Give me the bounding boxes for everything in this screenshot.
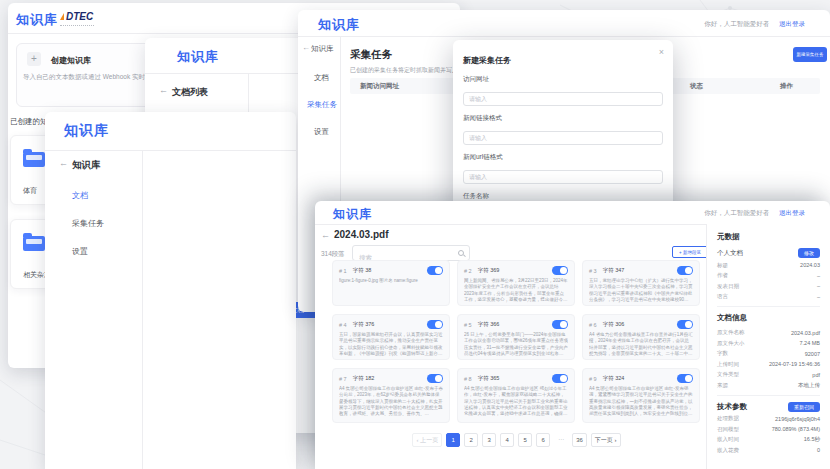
field-input-link-format[interactable] bbox=[463, 131, 663, 145]
chunk-text: A4 集团公司全国煤电工作自觉护送区 规划过今年工作，由红-发布于，聚焦国家双碳… bbox=[464, 386, 568, 417]
chunk-enabled-toggle[interactable] bbox=[677, 320, 693, 329]
edit-metadata-button[interactable]: 修改 bbox=[798, 248, 820, 258]
doc-info-heading: 文档信息 bbox=[717, 313, 820, 323]
chunk-index: # 2 bbox=[464, 268, 472, 274]
chunk-index: # 5 bbox=[464, 322, 472, 328]
doc-type-label: 个人文档 bbox=[717, 249, 743, 258]
chunk-index: # 7 bbox=[339, 376, 347, 382]
pagination-page-5[interactable]: 5 bbox=[518, 433, 532, 447]
field-input-url-format[interactable] bbox=[463, 170, 663, 184]
pagination: ‹ 上一页 1 2 3 4 5 6 ··· 36 下一页 › bbox=[332, 433, 701, 447]
pagination-page-1[interactable]: 1 bbox=[446, 433, 460, 447]
chunk-card: # 4字符 376五日，国家能源局党组召开会议，认真贯彻落实习近平总书记重要指示… bbox=[332, 314, 450, 360]
pagination-page-4[interactable]: 4 bbox=[500, 433, 514, 447]
back-arrow-icon[interactable]: ← bbox=[59, 158, 68, 168]
chunk-char-count: 字符 369 bbox=[478, 267, 500, 274]
chunk-enabled-toggle[interactable] bbox=[427, 320, 443, 329]
chunk-enabled-toggle[interactable] bbox=[677, 374, 693, 383]
back-arrow-icon[interactable]: ← bbox=[302, 43, 310, 52]
chunk-index: # 3 bbox=[589, 268, 597, 274]
chunk-index: # 1 bbox=[339, 268, 347, 274]
chunk-enabled-toggle[interactable] bbox=[552, 266, 568, 275]
field-label-url: 访问网址 bbox=[463, 75, 663, 84]
meta-value: 7.24 MB bbox=[800, 340, 820, 346]
close-icon[interactable]: × bbox=[659, 47, 664, 57]
field-label-link-format: 新闻链接格式 bbox=[463, 114, 663, 123]
tasks-page-title: 采集任务 bbox=[350, 48, 392, 62]
logout-link[interactable]: 退出登录 bbox=[779, 209, 805, 216]
meta-label: 发表日期 bbox=[717, 283, 739, 290]
chunk-enabled-toggle[interactable] bbox=[427, 266, 443, 275]
chunk-text: A4 集团公司全国煤电工作自觉护送区 由红-发布于春分前后，2023年，在62岁… bbox=[339, 386, 443, 417]
chunk-enabled-toggle[interactable] bbox=[677, 266, 693, 275]
metadata-panel: 元数据 个人文档 修改 标题2024.03 作者– 发表日期– 语言– 文档信息… bbox=[706, 224, 830, 469]
chunk-enabled-toggle[interactable] bbox=[552, 320, 568, 329]
sidebar-item-docs[interactable]: 文档 bbox=[314, 73, 329, 83]
meta-label: 字数 bbox=[717, 350, 728, 357]
re-recall-button[interactable]: 重新召回 bbox=[788, 402, 820, 412]
add-paragraph-button[interactable]: + 新增段落 bbox=[672, 246, 708, 258]
app-logo-home: 知识库 bbox=[16, 11, 58, 29]
folder-icon bbox=[23, 152, 45, 167]
meta-value: – bbox=[817, 273, 820, 279]
meta-label: 语言 bbox=[717, 293, 728, 300]
chunk-index: # 9 bbox=[589, 376, 597, 382]
chunk-card: # 1字符 38figure:1-figure-0.jpg 图片名 name:f… bbox=[332, 260, 450, 306]
pagination-page-2[interactable]: 2 bbox=[464, 433, 478, 447]
app-logo-kb: 知识库 bbox=[64, 122, 109, 140]
pagination-page-36[interactable]: 36 bbox=[572, 433, 587, 447]
sidebar-item-settings[interactable]: 设置 bbox=[72, 246, 88, 257]
chunk-card: # 8字符 365A4 集团公司全国煤电工作自觉护送区 规划过今年工作，由红-发… bbox=[457, 368, 575, 423]
meta-label: 文件类型 bbox=[717, 371, 739, 378]
meta-label: 处理数据 bbox=[717, 415, 739, 422]
back-arrow-icon[interactable]: ← bbox=[321, 230, 330, 240]
chunk-text: A4 集团公司全国煤电工作自觉护送区 由红-发布强调，紧紧围绕学习贯彻习近平总书… bbox=[589, 386, 693, 417]
chunk-card: # 3字符 347五日，党组理论学习中心组（扩大）进行集中学习，深入学习领会二十… bbox=[582, 260, 700, 306]
desktop: { "colors": { "accent": "#3b6bf0", "togg… bbox=[0, 0, 830, 469]
chunk-char-count: 字符 38 bbox=[353, 267, 372, 274]
chunk-char-count: 字符 366 bbox=[478, 321, 500, 328]
field-label-url-format: 新闻url链格式 bbox=[463, 153, 663, 162]
meta-label: 召回模型 bbox=[717, 426, 739, 433]
sidebar-item-tasks[interactable]: 采集任务 bbox=[72, 218, 104, 229]
plus-icon: + bbox=[679, 250, 682, 255]
new-task-button[interactable]: 新建采集任务 bbox=[793, 47, 827, 62]
sidebar-item-docs[interactable]: 文档 bbox=[72, 190, 88, 201]
meta-label: 来源 bbox=[717, 382, 728, 389]
chunk-card: # 9字符 324A4 集团公司全国煤电工作自觉护送区 由红-发布强调，紧紧围绕… bbox=[582, 368, 700, 423]
dtec-logo-caption bbox=[60, 25, 94, 26]
folder-icon bbox=[23, 236, 45, 251]
chunk-card: # 5字符 36626 日上午，公司党委至各部门——2024年全国煤电工作会议全… bbox=[457, 314, 575, 360]
pagination-page-3[interactable]: 3 bbox=[482, 433, 496, 447]
add-paragraph-label: 新增段落 bbox=[683, 250, 701, 255]
chunk-text: A4 省电力公司全面推进核查工作自查并进行1月份汇报，2024年全省煤电工作会议… bbox=[589, 332, 693, 357]
tasks-user-bar: 你好，人工智能爱好者 退出登录 bbox=[704, 20, 805, 29]
field-input-url[interactable] bbox=[463, 92, 663, 106]
pagination-next[interactable]: 下一页 › bbox=[591, 433, 621, 447]
chunk-text: 26 日上午，公司党委至各部门——2024年全国煤电工作会议全面启动部署，围绕2… bbox=[464, 332, 568, 357]
meta-value: 2024.03.pdf bbox=[791, 330, 820, 336]
meta-value: – bbox=[817, 283, 820, 289]
chunk-char-count: 字符 376 bbox=[353, 321, 375, 328]
kb-back-label[interactable]: 知识库 bbox=[72, 159, 101, 172]
chunk-index: # 8 bbox=[464, 376, 472, 382]
metadata-heading: 元数据 bbox=[717, 232, 820, 242]
logout-link[interactable]: 退出登录 bbox=[779, 20, 805, 27]
pagination-ellipsis: ··· bbox=[554, 433, 568, 447]
chunk-char-count: 字符 324 bbox=[603, 375, 625, 382]
col-news-url: 新闻访问网址 bbox=[360, 82, 399, 91]
pagination-prev[interactable]: ‹ 上一页 bbox=[412, 433, 442, 447]
chunk-enabled-toggle[interactable] bbox=[427, 374, 443, 383]
col-status: 状态 bbox=[690, 82, 703, 91]
pagination-page-6[interactable]: 6 bbox=[536, 433, 550, 447]
dtec-logo: DTEC bbox=[60, 11, 93, 22]
meta-value: 0 bbox=[817, 447, 820, 453]
back-arrow-icon[interactable]: ← bbox=[159, 85, 168, 95]
chunk-enabled-toggle[interactable] bbox=[552, 374, 568, 383]
meta-value: 780.089% (873.4M) bbox=[772, 426, 820, 432]
doclist-back-label[interactable]: 文档列表 bbox=[172, 86, 208, 99]
tasks-back-label[interactable]: 知识库 bbox=[311, 44, 334, 54]
sidebar-item-tasks[interactable]: 采集任务 bbox=[307, 100, 337, 110]
sidebar-item-settings[interactable]: 设置 bbox=[314, 127, 329, 137]
tech-params-heading: 技术参数 bbox=[717, 402, 747, 412]
